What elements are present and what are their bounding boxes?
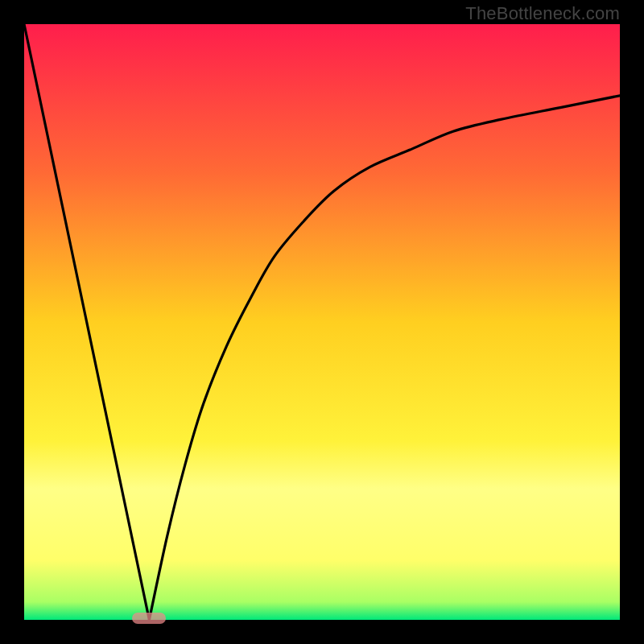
chart-frame: TheBottleneck.com [0, 0, 644, 644]
minimum-marker [132, 613, 166, 624]
watermark-text: TheBottleneck.com [465, 3, 620, 24]
chart-svg [24, 24, 620, 620]
plot-area [24, 24, 620, 620]
